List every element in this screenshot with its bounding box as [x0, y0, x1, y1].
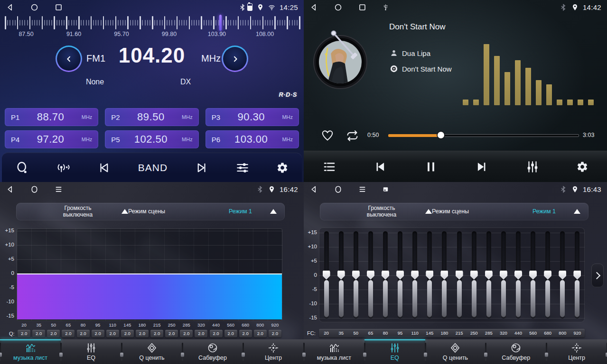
playlist-button[interactable] [322, 160, 336, 174]
q-value-button[interactable]: 2.0 [195, 330, 207, 337]
eq-band-slider[interactable] [500, 231, 507, 318]
slider-thumb[interactable] [323, 271, 330, 280]
preset-button[interactable]: P188.70MHz [5, 108, 98, 126]
broadcast-button[interactable] [56, 161, 70, 175]
eq-band-slider[interactable] [559, 231, 566, 318]
audio-settings-button[interactable] [235, 161, 250, 175]
eq-band-slider[interactable] [485, 231, 493, 318]
next-bands-button[interactable] [591, 264, 604, 287]
tuner-tick [15, 20, 16, 26]
favorite-button[interactable] [321, 129, 334, 142]
menu-button[interactable] [54, 185, 63, 194]
tune-up-button[interactable] [222, 46, 248, 72]
q-value-button[interactable]: 2.0 [180, 330, 193, 337]
tab-eq[interactable]: EQ [364, 339, 425, 364]
eq-band-slider[interactable] [411, 231, 419, 318]
q-value-button[interactable]: 2.0 [150, 330, 163, 337]
tab-q-value[interactable]: Q ценить [425, 339, 486, 364]
recents-button[interactable] [54, 3, 63, 12]
next-station-button[interactable] [194, 161, 208, 175]
eq-band-slider[interactable] [529, 231, 537, 318]
scene-mode-value[interactable]: Режим 1 [220, 208, 261, 215]
home-button[interactable] [30, 185, 39, 194]
q-value-button[interactable]: 2.0 [77, 330, 90, 337]
q-value-button[interactable]: 2.0 [136, 330, 149, 337]
band-button[interactable]: BAND [138, 162, 168, 173]
q-value-button[interactable]: 2.0 [254, 330, 267, 337]
preset-button[interactable]: P497.20MHz [5, 130, 98, 148]
tab-subwoofer[interactable]: Сабвуфер [182, 339, 243, 364]
fc-frequency-label: 110 [411, 330, 419, 336]
q-value-button[interactable]: 2.0 [106, 330, 119, 337]
tab-subwoofer[interactable]: Сабвуфер [486, 339, 546, 364]
eq-band-slider[interactable] [396, 231, 404, 318]
eq-band-slider[interactable] [426, 231, 433, 318]
scene-mode-value[interactable]: Режим 1 [524, 208, 564, 215]
q-value-button[interactable]: 2.0 [47, 330, 60, 337]
q-value-button[interactable]: 2.0 [32, 330, 45, 337]
q-value-button[interactable]: 2.0 [210, 330, 223, 337]
settings-button[interactable] [576, 161, 588, 173]
eq-band-slider[interactable] [440, 231, 448, 318]
eq-band-slider[interactable] [323, 231, 330, 318]
home-button[interactable] [334, 185, 343, 194]
q-value-button[interactable]: 2.0 [18, 330, 30, 337]
tab-divider [546, 343, 547, 361]
recents-button[interactable] [358, 3, 367, 12]
volume-status-toggle[interactable]: Громкость выключена [346, 205, 417, 218]
tab-divider [485, 343, 486, 361]
tuner-tick [17, 16, 19, 29]
menu-button[interactable] [358, 185, 367, 194]
volume-status-toggle[interactable]: Громкость выключена [42, 205, 113, 218]
eq-band-slider[interactable] [367, 231, 374, 318]
q-value-button[interactable]: 2.0 [62, 330, 75, 337]
scan-button[interactable] [15, 161, 29, 175]
scene-expand-triangle[interactable] [574, 209, 580, 214]
q-value-button[interactable]: 2.0 [92, 330, 104, 337]
tab-music-list[interactable]: музыка лист [0, 339, 61, 364]
slider-thumb[interactable] [456, 271, 463, 280]
settings-button[interactable] [276, 162, 289, 174]
back-button[interactable] [309, 185, 318, 194]
tuner-scale[interactable] [5, 16, 299, 29]
preset-unit: MHz [182, 136, 193, 142]
eq-band-slider[interactable] [544, 231, 551, 318]
eq-band-slider[interactable] [337, 231, 345, 318]
equalizer-button[interactable] [525, 160, 540, 174]
eq-band-slider[interactable] [573, 231, 581, 318]
tab-music-list[interactable]: музыка лист [304, 339, 364, 364]
tab-center[interactable]: Центр [243, 339, 304, 364]
q-value-button[interactable]: 2.0 [269, 330, 281, 337]
eq-band-slider[interactable] [382, 231, 389, 318]
preset-button[interactable]: P5102.50MHz [105, 130, 198, 148]
next-track-button[interactable] [475, 160, 489, 174]
back-button[interactable] [309, 3, 318, 12]
q-value-button[interactable]: 2.0 [121, 330, 134, 337]
previous-station-button[interactable] [97, 161, 112, 175]
preset-button[interactable]: P289.50MHz [105, 108, 198, 126]
scene-expand-triangle[interactable] [270, 209, 277, 214]
seek-thumb[interactable] [438, 132, 444, 138]
tab-q-value[interactable]: Q ценить [121, 339, 182, 364]
back-button[interactable] [6, 3, 15, 12]
preset-button[interactable]: P390.30MHz [205, 108, 299, 126]
home-button[interactable] [334, 3, 343, 12]
eq-band-slider[interactable] [456, 231, 463, 318]
back-button[interactable] [6, 185, 15, 194]
home-button[interactable] [30, 3, 39, 12]
eq-band-slider[interactable] [470, 231, 478, 318]
q-value-button[interactable]: 2.0 [239, 330, 252, 337]
seek-bar[interactable] [388, 134, 579, 137]
tab-center[interactable]: Центр [546, 339, 607, 364]
previous-track-button[interactable] [373, 160, 387, 174]
eq-band-slider[interactable] [514, 231, 522, 318]
eq-curve-graph[interactable] [17, 228, 282, 321]
dx-mode-toggle[interactable]: DX [178, 78, 193, 86]
tab-eq[interactable]: EQ [61, 339, 121, 364]
pause-button[interactable] [424, 160, 438, 174]
preset-button[interactable]: P6103.00MHz [205, 130, 299, 148]
eq-band-slider[interactable] [352, 231, 360, 318]
q-value-button[interactable]: 2.0 [165, 330, 178, 337]
repeat-button[interactable] [346, 129, 359, 143]
q-value-button[interactable]: 2.0 [224, 330, 237, 337]
